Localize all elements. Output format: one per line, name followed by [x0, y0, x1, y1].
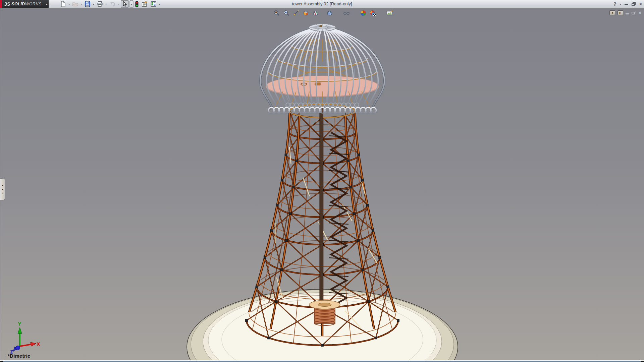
- edit-appearance-icon: [360, 10, 367, 16]
- apply-scene-icon: [369, 10, 377, 16]
- view-orientation-label: *Dimetric: [8, 353, 31, 359]
- solidworks-logo-mark-icon: ЗS: [4, 1, 10, 7]
- previous-view-button[interactable]: [292, 9, 300, 17]
- open-dropdown-icon[interactable]: ▾: [80, 0, 83, 8]
- traffic-light-icon: [135, 1, 139, 7]
- checklist-dropdown-icon[interactable]: ▾: [158, 0, 161, 8]
- section-view-icon: [303, 10, 309, 16]
- save-dropdown-icon[interactable]: ▾: [92, 0, 95, 8]
- section-view-button[interactable]: [302, 9, 310, 17]
- document-window-controls: ◂ ▸ ×: [609, 10, 641, 16]
- document-restore-icon[interactable]: [632, 11, 636, 15]
- print-button[interactable]: [96, 0, 104, 8]
- cursor-arrow-icon: [122, 1, 128, 7]
- print-icon: [97, 1, 103, 7]
- print-dropdown-icon[interactable]: ▾: [104, 0, 108, 8]
- zoom-to-fit-icon: [273, 10, 280, 16]
- next-document-icon[interactable]: ▸: [618, 10, 623, 15]
- help-dropdown-icon[interactable]: ▾: [620, 3, 621, 6]
- triad-x-label: X: [37, 342, 40, 347]
- select-tool-button[interactable]: [121, 0, 129, 8]
- save-icon: [85, 1, 91, 7]
- titlebar-controls: ? ▾ ×: [613, 0, 642, 8]
- solidworks-logo: ЗS SOLIDWORKS ▸: [0, 0, 45, 8]
- title-bar[interactable]: ЗS SOLIDWORKS ▸ ▾ ▾: [0, 0, 644, 8]
- collapse-arrow-icon: ◂: [2, 192, 3, 194]
- traffic-light-button[interactable]: [134, 0, 140, 8]
- status-bar-edge: [0, 360, 644, 362]
- graphics-viewport[interactable]: ◂ ▸ × ◂ ◂ ◂ Y X Z *Dimetric: [0, 8, 644, 360]
- close-icon[interactable]: ×: [639, 0, 642, 8]
- dome-group: [260, 24, 384, 113]
- featuremanager-collapse-tab[interactable]: ◂ ◂ ◂: [0, 179, 5, 200]
- annotation-note-button[interactable]: [140, 0, 149, 8]
- view-settings-button[interactable]: [386, 9, 394, 17]
- logo-red-strip: [0, 0, 2, 8]
- new-document-icon: [60, 1, 66, 7]
- hide-show-items-button[interactable]: [342, 9, 351, 17]
- select-tool-dropdown-icon[interactable]: ▾: [129, 0, 133, 8]
- new-document-button[interactable]: [59, 0, 67, 8]
- zoom-to-fit-button[interactable]: [273, 9, 281, 17]
- annotation-note-icon: [141, 1, 148, 7]
- apply-scene-button[interactable]: [369, 9, 377, 17]
- window-title: tower Assembly 02 [Read-only]: [292, 0, 352, 8]
- new-document-dropdown-icon[interactable]: ▾: [67, 0, 71, 8]
- edit-appearance-button[interactable]: [359, 9, 367, 17]
- hide-show-items-icon: [343, 10, 350, 16]
- minimize-icon[interactable]: [625, 1, 628, 7]
- collapse-arrow-icon: ◂: [2, 184, 3, 187]
- view-settings-icon: [386, 10, 393, 16]
- display-style-button[interactable]: [326, 9, 334, 17]
- save-button[interactable]: [84, 0, 92, 8]
- previous-view-icon: [293, 10, 300, 16]
- collapse-arrow-icon: ◂: [2, 188, 3, 191]
- logo-expand-arrow-icon[interactable]: ▸: [45, 0, 49, 8]
- restore-icon[interactable]: [632, 2, 636, 6]
- undo-icon: [109, 1, 116, 7]
- view-orientation-button[interactable]: [312, 9, 320, 17]
- tower-3d-model[interactable]: [0, 8, 644, 360]
- undo-button[interactable]: [108, 0, 117, 8]
- document-close-icon[interactable]: ×: [639, 10, 641, 15]
- triad-y-label: Y: [18, 321, 21, 326]
- checklist-button[interactable]: [149, 0, 158, 8]
- open-icon: [72, 1, 78, 7]
- zoom-to-area-button[interactable]: [282, 9, 290, 17]
- open-button[interactable]: [71, 0, 79, 8]
- previous-document-icon[interactable]: ◂: [609, 10, 615, 15]
- orientation-triad: Y X Z: [4, 320, 41, 354]
- display-style-icon: [326, 10, 333, 16]
- zoom-to-area-icon: [283, 10, 290, 16]
- view-orientation-icon: [312, 10, 319, 16]
- checklist-icon: [150, 1, 157, 7]
- undo-dropdown-icon[interactable]: ▾: [117, 0, 120, 8]
- document-minimize-icon[interactable]: [626, 10, 629, 16]
- headsup-view-toolbar: [273, 9, 394, 17]
- main-toolbar: ▾ ▾ ▾: [59, 0, 161, 8]
- solidworks-wordmark: SOLIDWORKS: [11, 2, 41, 6]
- help-icon[interactable]: ?: [613, 0, 616, 8]
